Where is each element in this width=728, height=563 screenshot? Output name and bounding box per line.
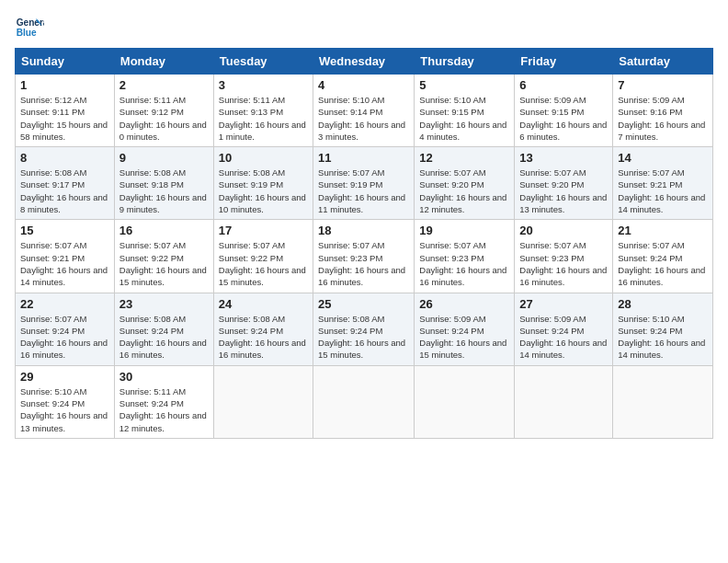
day-info: Sunrise: 5:07 AMSunset: 9:22 PMDaylight:… bbox=[119, 239, 209, 288]
calendar-cell bbox=[213, 365, 313, 438]
calendar-cell: 4Sunrise: 5:10 AMSunset: 9:14 PMDaylight… bbox=[313, 75, 415, 147]
day-info: Sunrise: 5:07 AMSunset: 9:23 PMDaylight:… bbox=[519, 239, 608, 288]
day-info: Sunrise: 5:11 AMSunset: 9:24 PMDaylight:… bbox=[119, 385, 209, 434]
calendar-cell: 9Sunrise: 5:08 AMSunset: 9:18 PMDaylight… bbox=[114, 147, 213, 220]
day-info: Sunrise: 5:08 AMSunset: 9:19 PMDaylight:… bbox=[219, 167, 308, 215]
calendar-cell: 24Sunrise: 5:08 AMSunset: 9:24 PMDayligh… bbox=[213, 293, 313, 365]
calendar-cell: 11Sunrise: 5:07 AMSunset: 9:19 PMDayligh… bbox=[313, 147, 415, 220]
day-number: 3 bbox=[219, 78, 308, 92]
day-number: 22 bbox=[20, 297, 109, 311]
weekday-header-tuesday: Tuesday bbox=[213, 49, 313, 75]
day-info: Sunrise: 5:08 AMSunset: 9:24 PMDaylight:… bbox=[219, 313, 308, 362]
day-info: Sunrise: 5:09 AMSunset: 9:24 PMDaylight:… bbox=[419, 313, 509, 362]
calendar-cell: 10Sunrise: 5:08 AMSunset: 9:19 PMDayligh… bbox=[213, 147, 313, 220]
day-info: Sunrise: 5:09 AMSunset: 9:15 PMDaylight:… bbox=[519, 94, 608, 143]
logo-icon: General Blue bbox=[15, 15, 44, 40]
day-number: 6 bbox=[519, 78, 608, 92]
day-number: 15 bbox=[20, 224, 109, 237]
calendar-cell: 5Sunrise: 5:10 AMSunset: 9:15 PMDaylight… bbox=[415, 75, 515, 147]
calendar-cell: 12Sunrise: 5:07 AMSunset: 9:20 PMDayligh… bbox=[415, 147, 515, 220]
day-info: Sunrise: 5:10 AMSunset: 9:24 PMDaylight:… bbox=[618, 313, 708, 362]
calendar-cell: 22Sunrise: 5:07 AMSunset: 9:24 PMDayligh… bbox=[16, 293, 115, 365]
calendar-cell: 20Sunrise: 5:07 AMSunset: 9:23 PMDayligh… bbox=[515, 220, 613, 293]
day-info: Sunrise: 5:11 AMSunset: 9:12 PMDaylight:… bbox=[119, 94, 209, 143]
calendar-cell: 25Sunrise: 5:08 AMSunset: 9:24 PMDayligh… bbox=[313, 293, 415, 365]
day-info: Sunrise: 5:07 AMSunset: 9:23 PMDaylight:… bbox=[318, 239, 409, 288]
calendar-cell: 29Sunrise: 5:10 AMSunset: 9:24 PMDayligh… bbox=[16, 365, 115, 438]
calendar-cell: 8Sunrise: 5:08 AMSunset: 9:17 PMDaylight… bbox=[16, 147, 115, 220]
calendar-cell: 28Sunrise: 5:10 AMSunset: 9:24 PMDayligh… bbox=[613, 293, 713, 365]
calendar-cell: 18Sunrise: 5:07 AMSunset: 9:23 PMDayligh… bbox=[313, 220, 415, 293]
logo: General Blue bbox=[15, 15, 44, 40]
calendar-cell: 16Sunrise: 5:07 AMSunset: 9:22 PMDayligh… bbox=[114, 220, 213, 293]
day-info: Sunrise: 5:07 AMSunset: 9:24 PMDaylight:… bbox=[618, 239, 708, 288]
day-number: 18 bbox=[318, 224, 409, 237]
weekday-header-sunday: Sunday bbox=[16, 49, 115, 75]
calendar-cell: 7Sunrise: 5:09 AMSunset: 9:16 PMDaylight… bbox=[613, 75, 713, 147]
weekday-header-monday: Monday bbox=[114, 49, 213, 75]
day-number: 26 bbox=[419, 297, 509, 311]
calendar-cell: 14Sunrise: 5:07 AMSunset: 9:21 PMDayligh… bbox=[613, 147, 713, 220]
day-number: 11 bbox=[318, 151, 409, 165]
day-info: Sunrise: 5:07 AMSunset: 9:23 PMDaylight:… bbox=[419, 239, 509, 288]
calendar-cell: 30Sunrise: 5:11 AMSunset: 9:24 PMDayligh… bbox=[114, 365, 213, 438]
day-number: 7 bbox=[618, 78, 708, 92]
day-number: 10 bbox=[219, 151, 308, 165]
day-number: 16 bbox=[119, 224, 209, 237]
calendar-cell: 26Sunrise: 5:09 AMSunset: 9:24 PMDayligh… bbox=[415, 293, 515, 365]
day-number: 5 bbox=[419, 78, 509, 92]
day-number: 27 bbox=[519, 297, 608, 311]
day-number: 4 bbox=[318, 78, 409, 92]
day-info: Sunrise: 5:07 AMSunset: 9:21 PMDaylight:… bbox=[20, 239, 109, 288]
day-number: 23 bbox=[119, 297, 209, 311]
weekday-header-thursday: Thursday bbox=[415, 49, 515, 75]
day-info: Sunrise: 5:08 AMSunset: 9:17 PMDaylight:… bbox=[20, 167, 109, 215]
calendar-cell: 15Sunrise: 5:07 AMSunset: 9:21 PMDayligh… bbox=[16, 220, 115, 293]
calendar-cell: 21Sunrise: 5:07 AMSunset: 9:24 PMDayligh… bbox=[613, 220, 713, 293]
calendar-cell: 17Sunrise: 5:07 AMSunset: 9:22 PMDayligh… bbox=[213, 220, 313, 293]
calendar-cell: 19Sunrise: 5:07 AMSunset: 9:23 PMDayligh… bbox=[415, 220, 515, 293]
weekday-header-wednesday: Wednesday bbox=[313, 49, 415, 75]
day-info: Sunrise: 5:07 AMSunset: 9:20 PMDaylight:… bbox=[519, 167, 608, 215]
calendar-cell: 27Sunrise: 5:09 AMSunset: 9:24 PMDayligh… bbox=[515, 293, 613, 365]
day-number: 9 bbox=[119, 151, 209, 165]
page-header: General Blue bbox=[15, 15, 713, 40]
day-info: Sunrise: 5:10 AMSunset: 9:15 PMDaylight:… bbox=[419, 94, 509, 143]
weekday-header-friday: Friday bbox=[515, 49, 613, 75]
calendar-week-5: 29Sunrise: 5:10 AMSunset: 9:24 PMDayligh… bbox=[16, 365, 713, 438]
day-info: Sunrise: 5:09 AMSunset: 9:16 PMDaylight:… bbox=[618, 94, 708, 143]
calendar-week-4: 22Sunrise: 5:07 AMSunset: 9:24 PMDayligh… bbox=[16, 293, 713, 365]
calendar-cell bbox=[613, 365, 713, 438]
calendar-cell: 3Sunrise: 5:11 AMSunset: 9:13 PMDaylight… bbox=[213, 75, 313, 147]
day-number: 17 bbox=[219, 224, 308, 237]
weekday-header-row: SundayMondayTuesdayWednesdayThursdayFrid… bbox=[16, 49, 713, 75]
day-number: 21 bbox=[618, 224, 708, 237]
calendar-week-3: 15Sunrise: 5:07 AMSunset: 9:21 PMDayligh… bbox=[16, 220, 713, 293]
calendar-cell: 6Sunrise: 5:09 AMSunset: 9:15 PMDaylight… bbox=[515, 75, 613, 147]
day-info: Sunrise: 5:10 AMSunset: 9:14 PMDaylight:… bbox=[318, 94, 409, 143]
calendar-week-1: 1Sunrise: 5:12 AMSunset: 9:11 PMDaylight… bbox=[16, 75, 713, 147]
day-info: Sunrise: 5:07 AMSunset: 9:24 PMDaylight:… bbox=[20, 313, 109, 362]
weekday-header-saturday: Saturday bbox=[613, 49, 713, 75]
day-info: Sunrise: 5:11 AMSunset: 9:13 PMDaylight:… bbox=[219, 94, 308, 143]
day-number: 8 bbox=[20, 151, 109, 165]
calendar-cell bbox=[415, 365, 515, 438]
day-info: Sunrise: 5:10 AMSunset: 9:24 PMDaylight:… bbox=[20, 385, 109, 434]
day-number: 24 bbox=[219, 297, 308, 311]
calendar-week-2: 8Sunrise: 5:08 AMSunset: 9:17 PMDaylight… bbox=[16, 147, 713, 220]
day-number: 12 bbox=[419, 151, 509, 165]
day-info: Sunrise: 5:08 AMSunset: 9:18 PMDaylight:… bbox=[119, 167, 209, 215]
day-info: Sunrise: 5:09 AMSunset: 9:24 PMDaylight:… bbox=[519, 313, 608, 362]
day-number: 30 bbox=[119, 370, 209, 384]
svg-text:Blue: Blue bbox=[17, 28, 37, 38]
day-info: Sunrise: 5:07 AMSunset: 9:19 PMDaylight:… bbox=[318, 167, 409, 215]
calendar-cell: 13Sunrise: 5:07 AMSunset: 9:20 PMDayligh… bbox=[515, 147, 613, 220]
day-number: 19 bbox=[419, 224, 509, 237]
day-info: Sunrise: 5:12 AMSunset: 9:11 PMDaylight:… bbox=[20, 94, 109, 143]
calendar-cell: 23Sunrise: 5:08 AMSunset: 9:24 PMDayligh… bbox=[114, 293, 213, 365]
day-number: 20 bbox=[519, 224, 608, 237]
calendar-cell: 1Sunrise: 5:12 AMSunset: 9:11 PMDaylight… bbox=[16, 75, 115, 147]
day-info: Sunrise: 5:08 AMSunset: 9:24 PMDaylight:… bbox=[318, 313, 409, 362]
day-info: Sunrise: 5:07 AMSunset: 9:21 PMDaylight:… bbox=[618, 167, 708, 215]
day-number: 2 bbox=[119, 78, 209, 92]
